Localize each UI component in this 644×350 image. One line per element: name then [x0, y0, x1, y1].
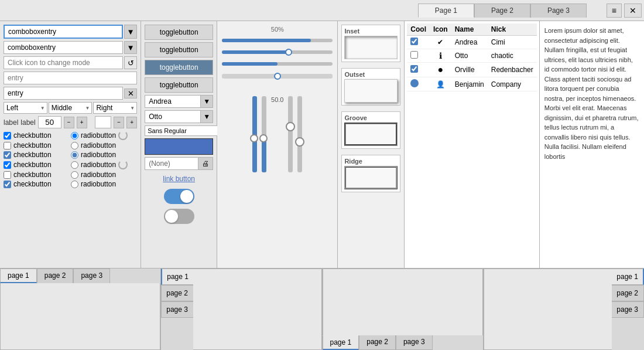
nb2-tab3[interactable]: page 3 — [161, 301, 193, 318]
select2-wrapper: MiddleTopBottom — [49, 102, 93, 114]
spin-decrease2[interactable]: − — [114, 117, 124, 128]
nb2-tab2[interactable]: page 2 — [161, 285, 193, 301]
none-label: (None) — [145, 158, 198, 169]
tab-page2[interactable]: Page 2 — [474, 4, 530, 18]
checkbox-1[interactable] — [4, 132, 11, 140]
nb4-tab2[interactable]: page 2 — [612, 285, 644, 301]
row1-cool-check[interactable] — [410, 38, 418, 45]
radio-4[interactable] — [71, 161, 78, 169]
dropdown1-arrow[interactable]: ▼ — [200, 96, 213, 107]
check-item-3: checkbutton — [4, 151, 70, 159]
dropdown2-arrow[interactable]: ▼ — [200, 111, 213, 123]
checkbox-4[interactable] — [4, 161, 11, 169]
nb3-content — [323, 269, 483, 335]
select3[interactable]: RightLeftCenter — [93, 102, 137, 114]
v-slider-3[interactable] — [288, 96, 293, 172]
nb2-tab1[interactable]: page 1 — [161, 269, 193, 285]
select1[interactable]: LeftCenterRight — [4, 102, 47, 114]
row4-nick: Company — [488, 77, 537, 91]
color-button[interactable] — [145, 138, 213, 155]
v-slider-2[interactable] — [262, 96, 266, 172]
toggle-switch-2[interactable] — [164, 209, 194, 224]
nb3-tab2[interactable]: page 2 — [359, 335, 396, 350]
check-item-1: checkbutton — [4, 131, 70, 140]
row2-cool-check[interactable] — [410, 51, 418, 59]
none-icon-btn[interactable]: 🖨 — [198, 158, 213, 169]
nb3-tab3[interactable]: page 3 — [396, 335, 433, 350]
inset-label: Inset — [344, 28, 398, 35]
nb1-tab1[interactable]: page 1 — [0, 269, 37, 283]
h-slider-1[interactable] — [222, 39, 333, 42]
icon-mode-input[interactable] — [4, 56, 123, 69]
h-slider-3[interactable] — [222, 62, 333, 66]
outset-label: Outset — [344, 71, 398, 78]
h-slider-2-thumb[interactable] — [285, 49, 292, 56]
radio-label-6: radiobutton — [81, 180, 116, 188]
link-button[interactable]: link button — [145, 172, 213, 185]
label1: label — [4, 118, 18, 127]
data-table: Cool Icon Name Nick ✔ Andrea Cimi — [407, 23, 536, 91]
spin-increase2[interactable]: + — [126, 117, 137, 128]
tab-page3[interactable]: Page 3 — [530, 4, 587, 18]
v-slider-2-thumb[interactable] — [259, 134, 268, 142]
table-row: ● Orville Redenbacher — [407, 63, 536, 77]
spin-decrease1[interactable]: − — [64, 117, 74, 128]
radio-1[interactable] — [71, 132, 78, 140]
main-tabs: Page 1 Page 2 Page 3 — [418, 4, 587, 18]
entry2-row: ✕ — [4, 87, 137, 100]
toggle-btn-1[interactable]: togglebutton — [145, 25, 213, 40]
combo1-arrow[interactable]: ▼ — [124, 25, 137, 39]
nb3-tabs: page 1 page 2 page 3 — [323, 335, 483, 350]
entry2-clear[interactable]: ✕ — [124, 89, 137, 98]
select2[interactable]: MiddleTopBottom — [49, 102, 93, 114]
combo1-input[interactable] — [4, 25, 123, 39]
v-slider-1-thumb[interactable] — [250, 134, 258, 142]
spin-input2[interactable] — [95, 116, 111, 128]
toggle-btn-2[interactable]: togglebutton — [145, 42, 213, 57]
nb1-tab3[interactable]: page 3 — [73, 269, 110, 283]
toggle-btn-4[interactable]: togglebutton — [145, 77, 213, 93]
v-slider-1[interactable] — [252, 96, 257, 172]
row2-name: Otto — [451, 49, 488, 63]
spin-input1[interactable] — [38, 116, 61, 128]
v-slider-4-thumb[interactable] — [295, 137, 304, 147]
nb4-tab3[interactable]: page 3 — [612, 301, 644, 318]
radio-6[interactable] — [71, 181, 78, 188]
row3-cool-check[interactable] — [410, 65, 418, 73]
outset-frame: Outset — [341, 68, 400, 106]
tab-page1[interactable]: Page 1 — [418, 4, 474, 18]
entry1-input[interactable] — [4, 72, 137, 84]
mid-panel: togglebutton togglebutton togglebutton t… — [141, 21, 217, 268]
close-button[interactable]: ✕ — [624, 4, 642, 18]
toggle-btn-3[interactable]: togglebutton — [145, 60, 213, 75]
checkbox-3[interactable] — [4, 151, 11, 159]
mode-icon-button[interactable]: ↺ — [124, 56, 137, 69]
combo2-arrow[interactable]: ▼ — [124, 41, 137, 54]
v-slider-3-thumb[interactable] — [286, 122, 295, 131]
nb3-tab1[interactable]: page 1 — [323, 335, 359, 350]
checkbox-2[interactable] — [4, 142, 11, 149]
menu-button[interactable]: ≡ — [607, 4, 622, 18]
combo2-input[interactable] — [4, 41, 123, 54]
outset-box — [344, 79, 398, 103]
toggle-switch-1[interactable] — [164, 189, 194, 204]
dropdown2: Otto ▼ — [145, 110, 213, 123]
entry2-input[interactable] — [4, 87, 123, 100]
entry1-row — [4, 72, 137, 84]
v-slider-4[interactable] — [297, 96, 302, 172]
spin-increase1[interactable]: + — [77, 117, 87, 128]
check-item-5: checkbutton — [4, 171, 70, 179]
h-slider-2[interactable] — [222, 50, 333, 54]
checkbox-5[interactable] — [4, 171, 11, 179]
check-item-4: checkbutton — [4, 160, 70, 169]
radio-3[interactable] — [71, 151, 78, 159]
radio-2[interactable] — [71, 142, 78, 149]
nb4-tab1[interactable]: page 1 — [612, 269, 644, 285]
h-slider-4-thumb[interactable] — [274, 73, 281, 80]
radio-5[interactable] — [71, 171, 78, 179]
nb1-tab2[interactable]: page 2 — [37, 269, 74, 283]
h-slider-4[interactable] — [222, 74, 333, 79]
checkbox-6[interactable] — [4, 181, 11, 188]
window-actions: ≡ ✕ — [607, 4, 642, 18]
ridge-label: Ridge — [344, 158, 398, 165]
